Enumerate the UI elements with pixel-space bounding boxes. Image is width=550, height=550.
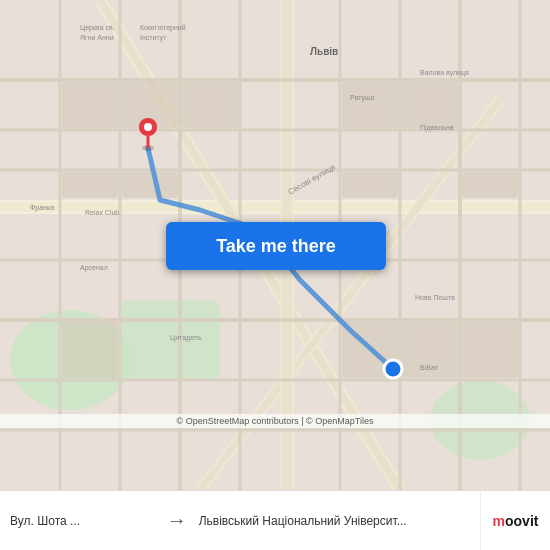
svg-text:Інститут: Інститут <box>140 34 167 42</box>
svg-rect-35 <box>462 172 518 198</box>
map-container: Сесовi вулиця Валова вулиця Франка Львів… <box>0 0 550 490</box>
svg-rect-32 <box>342 82 398 128</box>
bottom-bar: Вул. Шота ... → Львівський Національний … <box>0 490 550 550</box>
svg-text:Церква св.: Церква св. <box>80 24 115 32</box>
svg-text:Нова Пошта: Нова Пошта <box>415 294 455 301</box>
svg-point-55 <box>384 360 402 378</box>
moovit-logo: moovit <box>480 491 550 551</box>
svg-rect-30 <box>62 172 118 198</box>
svg-text:Цитадель: Цитадель <box>170 334 202 342</box>
svg-rect-5 <box>0 202 550 212</box>
svg-point-57 <box>144 123 152 131</box>
svg-rect-33 <box>402 82 458 128</box>
moovit-rest: oovit <box>505 513 538 529</box>
svg-text:ВіВат: ВіВат <box>420 364 439 371</box>
bottom-from-section: Вул. Шота ... <box>0 510 159 532</box>
svg-rect-39 <box>462 322 518 378</box>
svg-rect-27 <box>62 82 118 128</box>
route-from-label: Вул. Шота ... <box>10 514 149 528</box>
take-me-there-button[interactable]: Take me there <box>166 222 386 270</box>
svg-text:Ягни Анни: Ягни Анни <box>80 34 114 41</box>
svg-rect-34 <box>342 172 398 198</box>
svg-rect-31 <box>122 172 178 198</box>
arrow-icon: → <box>159 509 195 532</box>
svg-rect-36 <box>62 322 118 378</box>
svg-text:Підвальна: Підвальна <box>420 124 454 132</box>
svg-rect-29 <box>182 82 238 128</box>
svg-text:Франка: Франка <box>30 204 54 212</box>
svg-text:Львів: Львів <box>310 46 338 57</box>
route-to-label: Львівський Національний Університ... <box>195 514 480 528</box>
svg-text:Арсенал: Арсенал <box>80 264 108 272</box>
map-attribution: © OpenStreetMap contributors | © OpenMap… <box>0 414 550 428</box>
svg-text:Комп'ютерний: Комп'ютерний <box>140 24 186 32</box>
svg-text:Relax Club: Relax Club <box>85 209 119 216</box>
moovit-brand-text: moovit <box>493 513 539 529</box>
svg-text:Валова вулиця: Валова вулиця <box>420 69 469 77</box>
moovit-m-letter: m <box>493 513 505 529</box>
svg-text:Ратуша: Ратуша <box>350 94 375 102</box>
